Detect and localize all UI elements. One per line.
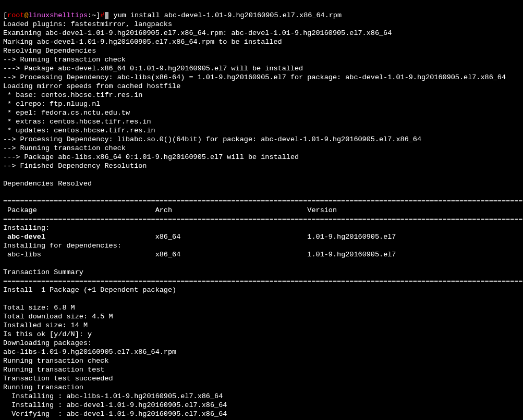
pkg-name-2: abc-libs (7, 251, 41, 258)
line-installing-devel: Installing : abc-devel-1.01-9.hg20160905… (3, 401, 227, 409)
line-processing-dep2: --> Processing Dependency: libabc.so.0()… (3, 135, 421, 143)
section-dependencies: Installing for dependencies: (3, 242, 121, 250)
line-downloading: Downloading packages: (3, 339, 92, 347)
line-installed-size: Installed size: 14 M (3, 322, 88, 329)
line-loading-mirror: Loading mirror speeds from cached hostfi… (3, 82, 180, 90)
line-verifying-devel: Verifying : abc-devel-1.01-9.hg20160905.… (3, 410, 227, 418)
line-finished-dep: --> Finished Dependency Resolution (3, 162, 147, 170)
line-download-size: Total download size: 4.5 M (3, 313, 113, 320)
prompt-open-bracket: [ (3, 11, 7, 19)
divider-top: ========================================… (3, 197, 523, 205)
terminal-output[interactable]: [root@linuxshelltips:~]# yum install abc… (3, 11, 523, 418)
pkg-arch-2: x86_64 (155, 251, 181, 258)
table-row: abc-devel x86_64 1.01-9.hg20160905.el7 /… (3, 233, 523, 241)
line-installing-libs: Installing : abc-libs-1.01-9.hg20160905.… (3, 392, 223, 400)
prompt-user: root (7, 11, 24, 19)
line-mirror-epel: * epel: fedora.cs.nctu.edu.tw (3, 109, 130, 117)
command-line: yum install abc-devel-1.01-9.hg20160905.… (114, 11, 342, 19)
line-trans-summary: Transaction Summary (3, 268, 83, 276)
line-run-test: Running transaction test (3, 366, 104, 374)
line-resolving: Resolving Dependencies (3, 47, 96, 55)
line-processing-dep: --> Processing Dependency: abc-libs(x86-… (3, 73, 506, 81)
line-mirror-base: * base: centos.hbcse.tifr.res.in (3, 91, 142, 99)
line-running-trans: Running transaction (3, 384, 83, 391)
pkg-name-1: abc-devel (7, 233, 45, 241)
line-loaded-plugins: Loaded plugins: fastestmirror, langpacks (3, 20, 172, 28)
prompt-at: @ (25, 11, 29, 19)
table-row: abc-libs x86_64 1.01-9.hg20160905.el7 ep… (3, 251, 523, 258)
line-mirror-updates: * updates: centos.hbcse.tifr.res.in (3, 127, 155, 134)
table-header: Package Arch Version Repository (3, 206, 523, 214)
col-package: Package (7, 206, 37, 214)
divider-header: ========================================… (3, 215, 523, 223)
line-deps-resolved: Dependencies Resolved (3, 180, 92, 188)
section-installing: Installing: (3, 224, 50, 232)
line-pkg-abc-libs: ---> Package abc-libs.x86_64 0:1.01-9.hg… (3, 153, 299, 161)
pkg-arch-1: x86_64 (155, 233, 181, 241)
pkg-ver-1: 1.01-9.hg20160905.el7 (307, 233, 396, 241)
line-test-succeeded: Transaction test succeeded (3, 375, 113, 382)
line-pkg-will-install: ---> Package abc-devel.x86_64 0:1.01-9.h… (3, 65, 303, 72)
line-total-size: Total size: 6.8 M (3, 304, 75, 312)
line-examining: Examining abc-devel-1.01-9.hg20160905.el… (3, 29, 392, 37)
line-marking: Marking abc-devel-1.01-9.hg20160905.el7.… (3, 38, 282, 46)
col-arch: Arch (155, 206, 172, 214)
prompt-host: linuxshelltips (29, 11, 88, 19)
line-rpm-file: abc-libs-1.01-9.hg20160905.el7.x86_64.rp… (3, 348, 176, 356)
line-mirror-extras: * extras: centos.hbcse.tifr.res.in (3, 118, 151, 126)
line-running-check2: --> Running transaction check (3, 144, 126, 152)
prompt-hash: # (100, 11, 104, 19)
divider-bottom: ========================================… (3, 277, 523, 285)
col-version: Version (307, 206, 337, 214)
line-mirror-elrepo: * elrepo: ftp.nluug.nl (3, 100, 100, 108)
line-run-check: Running transaction check (3, 357, 109, 365)
cursor (105, 12, 108, 19)
line-running-check: --> Running transaction check (3, 56, 126, 64)
prompt-cwd: :~ (88, 11, 96, 19)
pkg-ver-2: 1.01-9.hg20160905.el7 (307, 251, 396, 258)
line-install-count: Install 1 Package (+1 Dependent package) (3, 286, 176, 294)
line-is-this-ok: Is this ok [y/d/N]: y (3, 330, 92, 338)
